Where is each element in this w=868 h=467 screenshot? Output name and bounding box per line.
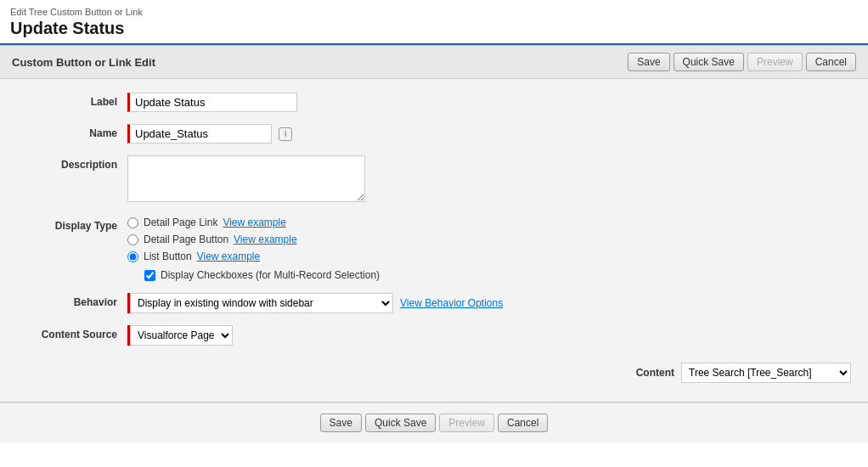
name-field: i bbox=[127, 124, 851, 143]
behavior-field: Display in existing window with sidebar … bbox=[127, 293, 851, 313]
display-type-field: Detail Page Link View example Detail Pag… bbox=[127, 217, 851, 281]
description-field-label: Description bbox=[17, 155, 127, 171]
behavior-select[interactable]: Display in existing window with sidebar … bbox=[130, 293, 393, 313]
radio-label-detail-page-link: Detail Page Link bbox=[144, 217, 217, 228]
section-title: Custom Button or Link Edit bbox=[12, 56, 155, 69]
cancel-button-bottom[interactable]: Cancel bbox=[498, 414, 548, 432]
display-type-option-2: Detail Page Button View example bbox=[127, 234, 851, 245]
display-type-option-1: Detail Page Link View example bbox=[127, 217, 851, 228]
radio-label-list-button: List Button bbox=[144, 250, 192, 262]
checkbox-row: Display Checkboxes (for Multi-Record Sel… bbox=[144, 269, 851, 281]
behavior-label: Behavior bbox=[17, 293, 127, 308]
behavior-select-wrapper: Display in existing window with sidebar … bbox=[127, 293, 393, 313]
content-row: Content Tree Search [Tree_Search] bbox=[0, 357, 868, 388]
page-title: Update Status bbox=[10, 19, 858, 38]
label-field-label: Label bbox=[17, 93, 127, 108]
view-example-link-1[interactable]: View example bbox=[223, 217, 285, 228]
display-type-label: Display Type bbox=[17, 217, 127, 232]
content-source-select-wrapper: Visualforce Page URL No Content bbox=[127, 325, 233, 346]
radio-label-detail-page-button: Detail Page Button bbox=[144, 234, 228, 245]
radio-detail-page-link[interactable] bbox=[127, 217, 138, 228]
label-row: Label bbox=[0, 93, 868, 112]
footer-bar: Save Quick Save Preview Cancel bbox=[0, 402, 868, 442]
cancel-button-top[interactable]: Cancel bbox=[806, 53, 856, 71]
view-example-link-3[interactable]: View example bbox=[197, 250, 260, 262]
form-area: Label Name i Description Display Ty bbox=[0, 79, 868, 402]
content-label: Content bbox=[636, 367, 674, 379]
content-select[interactable]: Tree Search [Tree_Search] bbox=[681, 363, 851, 383]
save-button-top[interactable]: Save bbox=[628, 53, 669, 71]
display-type-row: Display Type Detail Page Link View examp… bbox=[0, 217, 868, 281]
name-field-label: Name bbox=[17, 124, 127, 139]
display-type-option-3: List Button View example bbox=[127, 250, 851, 262]
description-field bbox=[127, 155, 851, 205]
bottom-button-group: Save Quick Save Preview Cancel bbox=[320, 414, 549, 432]
info-icon[interactable]: i bbox=[279, 127, 292, 141]
preview-button-bottom: Preview bbox=[439, 414, 494, 432]
preview-button-top: Preview bbox=[747, 53, 803, 71]
section-header: Custom Button or Link Edit Save Quick Sa… bbox=[0, 45, 868, 79]
page-header: Edit Tree Custom Button or Link Update S… bbox=[0, 0, 868, 45]
view-example-link-2[interactable]: View example bbox=[234, 234, 296, 245]
content-source-select[interactable]: Visualforce Page URL No Content bbox=[130, 325, 233, 346]
name-row: Name i bbox=[0, 124, 868, 143]
display-type-radio-group: Detail Page Link View example Detail Pag… bbox=[127, 217, 851, 281]
quick-save-button-bottom[interactable]: Quick Save bbox=[365, 414, 436, 432]
view-behavior-options-link[interactable]: View Behavior Options bbox=[400, 297, 503, 309]
checkbox-label: Display Checkboxes (for Multi-Record Sel… bbox=[161, 269, 380, 281]
content-source-label: Content Source bbox=[17, 325, 127, 340]
content-source-field: Visualforce Page URL No Content bbox=[127, 325, 851, 346]
radio-detail-page-button[interactable] bbox=[127, 234, 138, 245]
display-checkboxes-checkbox[interactable] bbox=[144, 270, 155, 281]
quick-save-button-top[interactable]: Quick Save bbox=[674, 53, 744, 71]
main-content: Custom Button or Link Edit Save Quick Sa… bbox=[0, 45, 868, 442]
top-button-group: Save Quick Save Preview Cancel bbox=[628, 53, 856, 71]
description-input[interactable] bbox=[127, 155, 365, 202]
label-field bbox=[127, 93, 851, 112]
radio-list-button[interactable] bbox=[127, 251, 138, 262]
content-source-row: Content Source Visualforce Page URL No C… bbox=[0, 325, 868, 346]
label-input[interactable] bbox=[127, 93, 297, 112]
description-row: Description bbox=[0, 155, 868, 205]
save-button-bottom[interactable]: Save bbox=[320, 414, 362, 432]
behavior-row: Behavior Display in existing window with… bbox=[0, 293, 868, 313]
breadcrumb: Edit Tree Custom Button or Link bbox=[10, 7, 858, 17]
name-input[interactable] bbox=[127, 124, 272, 143]
